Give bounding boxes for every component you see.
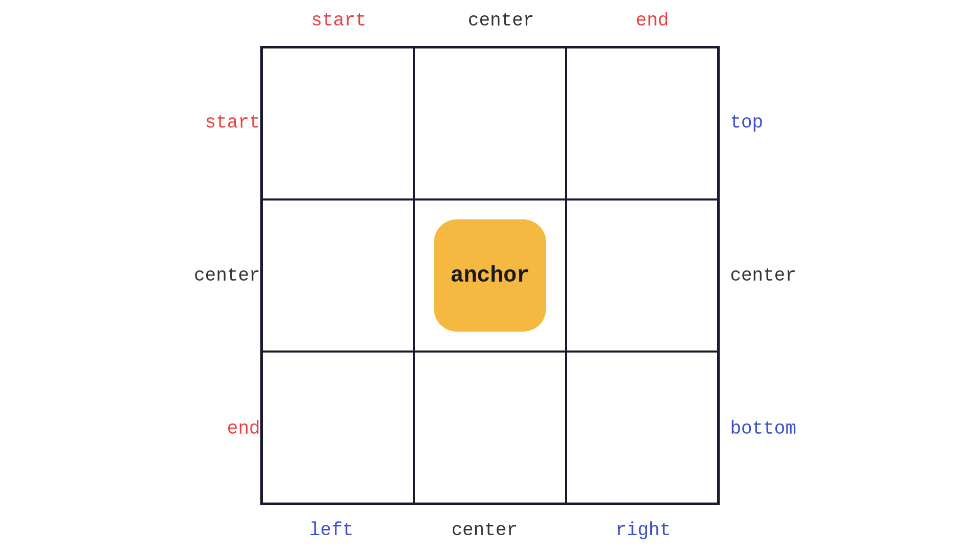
- grid-cell-2-2: [566, 352, 718, 504]
- bottom-label-center: center: [451, 520, 518, 541]
- grid-cell-0-1: [414, 47, 566, 199]
- anchor-shape: anchor: [434, 219, 546, 332]
- left-label-end: end: [227, 418, 260, 439]
- bottom-label-right: right: [616, 520, 671, 541]
- grid-cell-0-0: [262, 47, 414, 199]
- grid-cell-1-0: [262, 199, 414, 352]
- right-label-center: center: [730, 265, 796, 286]
- grid-cell-0-2: [566, 47, 718, 199]
- bottom-label-left: left: [309, 520, 353, 541]
- bottom-labels: left center right: [260, 520, 720, 541]
- left-label-start: start: [205, 112, 260, 133]
- grid: anchor: [260, 46, 720, 505]
- left-label-center: center: [194, 265, 260, 286]
- grid-cell-center: anchor: [414, 199, 566, 352]
- top-label-end: end: [636, 10, 669, 31]
- grid-cell-2-1: [414, 352, 566, 504]
- top-label-center: center: [468, 10, 534, 31]
- anchor-label: anchor: [450, 263, 529, 288]
- grid-cell-1-2: [566, 199, 718, 352]
- right-labels: top center bottom: [730, 46, 796, 505]
- top-labels: start center end: [260, 10, 720, 31]
- top-label-start: start: [311, 10, 366, 31]
- right-label-bottom: bottom: [730, 418, 796, 439]
- diagram-container: start center end left center right start…: [260, 46, 720, 505]
- grid-cell-2-0: [262, 352, 414, 504]
- right-label-top: top: [730, 112, 763, 133]
- left-labels: start center end: [194, 46, 260, 505]
